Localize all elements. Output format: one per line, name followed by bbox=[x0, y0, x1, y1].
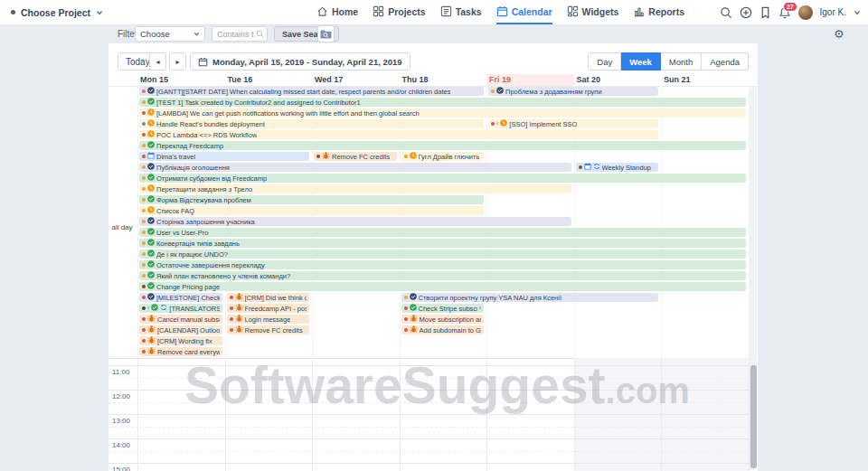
column-line bbox=[486, 358, 487, 471]
event-bar[interactable]: Гугл Драйв глючить bbox=[401, 152, 485, 161]
nav-reports[interactable]: Reports bbox=[633, 0, 684, 24]
event-bar[interactable]: Перетащити завдання з Трело bbox=[139, 184, 571, 193]
chevron-down-icon[interactable] bbox=[854, 9, 861, 16]
event-bar[interactable]: [CRM] Wording fix bbox=[139, 336, 222, 345]
time-row: 11:00 bbox=[108, 365, 750, 366]
event-bar[interactable]: Створити проектну групу YSA NAU для Ксен… bbox=[401, 293, 659, 302]
event-title: [LAMBDA] We can get push notifications w… bbox=[156, 109, 420, 118]
event-title: POC Lambda <=> RDS Workflow bbox=[156, 131, 257, 139]
nav-calendar[interactable]: Calendar bbox=[496, 0, 552, 24]
completed-check-icon bbox=[147, 174, 155, 183]
day-header-today: Fri 19 bbox=[486, 74, 574, 86]
event-title: Move subscription and CC bbox=[420, 316, 482, 324]
event-bar[interactable]: Список FAQ bbox=[139, 206, 484, 215]
user-name[interactable]: Igor K. bbox=[820, 7, 846, 17]
calendar-settings-gear-icon[interactable]: ⚙ bbox=[834, 26, 844, 42]
event-bar[interactable]: Change Pricing page bbox=[139, 282, 746, 291]
prev-week-button[interactable]: ◂ bbox=[149, 52, 166, 71]
priority-dot bbox=[142, 122, 146, 126]
day-header: Thu 18 bbox=[400, 74, 487, 86]
avatar[interactable] bbox=[798, 5, 813, 20]
event-bar[interactable]: Remove FC credits bbox=[314, 152, 397, 161]
bookmarks-button[interactable] bbox=[760, 6, 771, 19]
time-row: 12:00 bbox=[108, 390, 750, 391]
event-bar[interactable]: ‹[TRANSLATORS] Pr... bbox=[139, 304, 222, 313]
nav-projects[interactable]: Projects bbox=[373, 0, 425, 24]
add-button[interactable] bbox=[740, 6, 752, 19]
event-bar[interactable]: Форма Відстежувача проблем bbox=[139, 195, 484, 204]
event-bar[interactable]: [MILESTONE] Check resul... bbox=[139, 293, 222, 302]
next-week-button[interactable]: ▸ bbox=[169, 52, 186, 71]
project-selector[interactable]: Choose Project bbox=[11, 0, 103, 24]
event-bar[interactable]: [LAMBDA] We can get push notifications w… bbox=[139, 108, 746, 118]
nav-tasks[interactable]: Tasks bbox=[440, 0, 482, 24]
search-icon bbox=[720, 6, 732, 19]
status-check-icon bbox=[147, 87, 155, 96]
column-line bbox=[312, 358, 313, 471]
event-bar[interactable]: Конвертація типів завдань bbox=[139, 239, 746, 248]
event-bar[interactable]: Check Stripe subscript...› bbox=[401, 304, 485, 313]
date-range-button[interactable]: Monday, April 15, 2019 - Sunday, April 2… bbox=[190, 52, 410, 71]
event-bar[interactable]: Cancel manual subscripti... bbox=[139, 315, 222, 324]
priority-dot bbox=[404, 317, 408, 321]
event-bar[interactable]: Dima's travel bbox=[139, 152, 309, 161]
event-bar[interactable]: Add subdomain to Google bbox=[401, 325, 485, 334]
day-header: Wed 17 bbox=[312, 74, 400, 86]
event-bar[interactable]: Остаточне завершення перекладу bbox=[139, 260, 746, 269]
event-bar[interactable]: [CALENDAR] Outlook cale... bbox=[139, 325, 222, 334]
event-bar[interactable]: Remove FC credits bbox=[227, 325, 310, 334]
event-bar[interactable]: Який план встановлено у членів команди? bbox=[139, 271, 746, 280]
event-bar[interactable]: Переклад Freedcamp bbox=[139, 141, 746, 150]
chevron-down-icon bbox=[96, 9, 103, 16]
event-bar[interactable]: Сторінка запрошення учасника bbox=[139, 217, 571, 226]
project-filter-select[interactable]: Choose bbox=[135, 26, 205, 42]
event-bar[interactable]: ‹[SSO] Implement SSO bbox=[488, 119, 658, 128]
search-button[interactable] bbox=[720, 6, 732, 19]
priority-dot bbox=[230, 306, 233, 310]
nav-widgets[interactable]: Widgets bbox=[567, 0, 619, 24]
status-check-icon bbox=[410, 293, 417, 302]
view-day-button[interactable]: Day bbox=[588, 52, 621, 71]
event-bar[interactable]: Проблема з додаванням групи bbox=[488, 87, 658, 96]
event-bar[interactable]: [TEST 1] Task created by Contributor2 an… bbox=[139, 98, 746, 107]
notifications-button[interactable]: 27 bbox=[778, 6, 791, 19]
event-bar[interactable]: Публікація оголошення bbox=[139, 163, 571, 172]
day-header: Mon 15 bbox=[137, 74, 225, 86]
event-bar[interactable]: Freedcamp API - post to ... bbox=[227, 304, 310, 313]
event-bar[interactable]: User vs User-Pro bbox=[139, 228, 746, 237]
event-bar[interactable]: Login message bbox=[227, 315, 310, 324]
recurring-icon bbox=[160, 304, 167, 313]
status-check-icon bbox=[147, 293, 155, 302]
event-bar[interactable]: Отримати субдомен від Freedcamp bbox=[139, 174, 746, 183]
scrollbar-thumb[interactable] bbox=[750, 365, 757, 468]
nav-home[interactable]: Home bbox=[316, 0, 358, 24]
event-title: Де і як працює UNDO? bbox=[156, 250, 228, 259]
event-title: Публікація оголошення bbox=[156, 164, 230, 172]
completed-check-icon bbox=[147, 141, 155, 150]
event-bar[interactable]: Move subscription and CC bbox=[401, 315, 485, 324]
completed-check-icon bbox=[147, 282, 155, 291]
event-bar[interactable]: Handle React's bundles deployment bbox=[139, 119, 484, 128]
priority-dot bbox=[142, 296, 146, 299]
calendar-event-icon bbox=[147, 152, 155, 161]
event-bar[interactable]: POC Lambda <=> RDS Workflow bbox=[139, 130, 658, 139]
completed-check-icon bbox=[147, 228, 155, 237]
reports-icon bbox=[633, 5, 645, 17]
priority-dot bbox=[142, 155, 146, 158]
event-bar[interactable]: [CRM] Did we think of ho... bbox=[227, 293, 310, 302]
event-bar[interactable]: Weekly Standup bbox=[576, 163, 659, 172]
view-month-button[interactable]: Month bbox=[661, 52, 702, 71]
event-title: Dima's travel bbox=[156, 153, 195, 161]
event-title: Freedcamp API - post to ... bbox=[245, 305, 307, 313]
view-agenda-button[interactable]: Agenda bbox=[702, 52, 749, 71]
priority-dot bbox=[142, 165, 146, 169]
view-week-button[interactable]: Week bbox=[621, 52, 661, 71]
calendar-range-icon bbox=[198, 57, 208, 67]
event-title: Remove FC credits bbox=[245, 326, 303, 334]
priority-dot bbox=[230, 328, 233, 332]
event-bar[interactable]: Де і як працює UNDO? bbox=[139, 250, 746, 259]
event-bar[interactable]: [GANTT][START DATE] When calculating mis… bbox=[139, 87, 484, 96]
column-line bbox=[661, 358, 662, 471]
saved-searches-button[interactable] bbox=[317, 25, 335, 42]
event-bar[interactable]: Remove card everywhere bbox=[139, 347, 222, 356]
